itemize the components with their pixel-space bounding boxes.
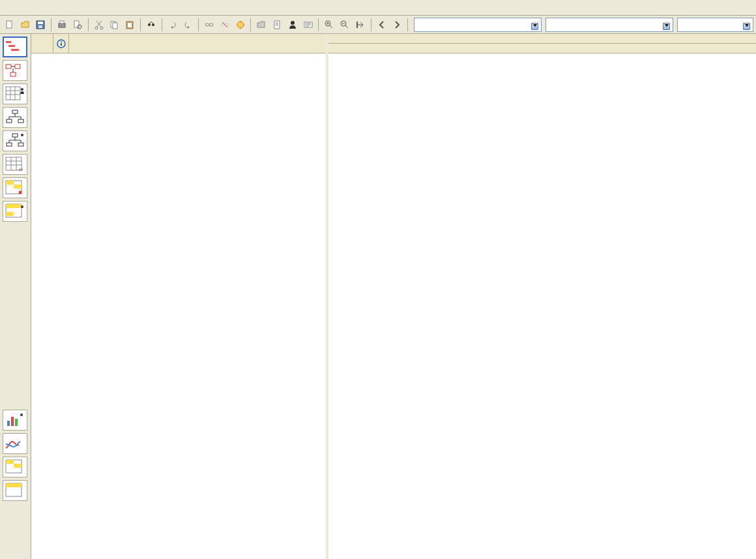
network-view-button[interactable] bbox=[3, 60, 27, 81]
svg-rect-0 bbox=[7, 21, 12, 28]
assign-icon[interactable] bbox=[285, 18, 300, 32]
svg-rect-21 bbox=[274, 21, 280, 29]
svg-point-22 bbox=[291, 21, 295, 25]
svg-rect-56 bbox=[6, 460, 14, 464]
svg-rect-49 bbox=[6, 212, 14, 216]
view-selector: ✏ bbox=[0, 34, 31, 559]
name-column-header[interactable] bbox=[69, 34, 326, 53]
svg-rect-35 bbox=[12, 110, 18, 113]
svg-rect-13 bbox=[128, 23, 132, 27]
svg-text:✏: ✏ bbox=[19, 167, 23, 173]
wbs-view-button[interactable] bbox=[3, 107, 27, 128]
svg-rect-28 bbox=[8, 45, 15, 47]
sort-dropdown[interactable] bbox=[545, 18, 673, 32]
svg-point-15 bbox=[152, 23, 154, 26]
filter-dropdown[interactable] bbox=[414, 18, 542, 32]
svg-rect-40 bbox=[18, 143, 23, 146]
resources-view-button[interactable] bbox=[3, 83, 27, 104]
svg-rect-53 bbox=[15, 419, 18, 426]
svg-point-54 bbox=[20, 414, 23, 416]
undo-icon[interactable] bbox=[166, 18, 180, 32]
svg-point-34 bbox=[21, 88, 23, 91]
histogram-view-button[interactable] bbox=[3, 410, 27, 431]
resource-usage-view-button[interactable] bbox=[3, 201, 27, 222]
zoom-out-icon[interactable] bbox=[338, 18, 352, 32]
svg-point-20 bbox=[237, 22, 244, 28]
svg-rect-51 bbox=[7, 421, 10, 426]
row-number-header[interactable] bbox=[31, 34, 53, 53]
svg-point-17 bbox=[209, 23, 213, 26]
insert-icon[interactable] bbox=[254, 18, 269, 32]
svg-rect-38 bbox=[12, 134, 18, 137]
svg-point-50 bbox=[21, 205, 23, 208]
save-icon[interactable] bbox=[34, 18, 48, 32]
open-icon[interactable] bbox=[18, 18, 33, 32]
task-grid bbox=[31, 34, 328, 559]
new-icon[interactable] bbox=[3, 18, 17, 32]
svg-rect-62 bbox=[61, 43, 62, 46]
calendar-icon[interactable] bbox=[233, 18, 248, 32]
svg-rect-36 bbox=[7, 119, 12, 123]
grid-header bbox=[31, 34, 326, 53]
group-dropdown[interactable] bbox=[677, 18, 753, 32]
unlink-icon[interactable] bbox=[218, 18, 232, 32]
find-icon[interactable] bbox=[144, 18, 158, 32]
copy-icon[interactable] bbox=[107, 18, 121, 32]
svg-rect-52 bbox=[11, 417, 14, 426]
gantt-chart[interactable] bbox=[328, 34, 756, 559]
no-sub-view-button[interactable] bbox=[3, 480, 27, 501]
svg-point-41 bbox=[21, 134, 23, 136]
svg-rect-45 bbox=[6, 181, 14, 185]
svg-point-16 bbox=[205, 23, 209, 26]
task-usage-view-button[interactable] bbox=[3, 177, 27, 198]
redo-icon[interactable] bbox=[181, 18, 195, 32]
svg-rect-5 bbox=[60, 21, 64, 23]
menubar bbox=[0, 0, 756, 16]
scroll-to-task-icon[interactable] bbox=[353, 18, 368, 32]
svg-rect-29 bbox=[11, 49, 19, 51]
svg-rect-31 bbox=[15, 65, 20, 68]
print-preview-icon[interactable] bbox=[70, 18, 85, 32]
report-view-button[interactable]: ✏ bbox=[3, 154, 27, 175]
svg-rect-32 bbox=[10, 72, 16, 76]
prev-icon[interactable] bbox=[375, 18, 389, 32]
gantt-view-button[interactable] bbox=[3, 37, 27, 57]
charts-view-button[interactable] bbox=[3, 433, 27, 454]
svg-rect-59 bbox=[6, 483, 22, 487]
svg-point-61 bbox=[61, 41, 62, 42]
svg-rect-33 bbox=[6, 87, 20, 100]
indicator-header[interactable] bbox=[53, 34, 69, 53]
svg-point-14 bbox=[148, 23, 151, 26]
svg-rect-57 bbox=[14, 464, 22, 468]
task-usage-detail-button[interactable] bbox=[3, 457, 27, 477]
timeline-header bbox=[328, 34, 756, 53]
svg-rect-27 bbox=[6, 41, 11, 43]
svg-rect-2 bbox=[38, 22, 43, 24]
cut-icon[interactable] bbox=[92, 18, 106, 32]
svg-rect-48 bbox=[6, 204, 22, 208]
svg-rect-26 bbox=[356, 22, 358, 28]
notes-icon[interactable] bbox=[301, 18, 315, 32]
print-icon[interactable] bbox=[55, 18, 69, 32]
zoom-in-icon[interactable] bbox=[322, 18, 336, 32]
link-icon[interactable] bbox=[202, 18, 216, 32]
svg-rect-11 bbox=[113, 23, 117, 29]
svg-rect-30 bbox=[6, 65, 11, 68]
information-icon[interactable] bbox=[270, 18, 284, 32]
svg-rect-4 bbox=[59, 23, 65, 27]
paste-icon[interactable] bbox=[123, 18, 137, 32]
svg-rect-6 bbox=[74, 21, 79, 27]
svg-rect-37 bbox=[18, 119, 23, 123]
svg-rect-3 bbox=[38, 25, 42, 28]
svg-rect-39 bbox=[7, 143, 12, 146]
svg-rect-46 bbox=[14, 185, 22, 189]
toolbar bbox=[0, 16, 756, 34]
rbs-view-button[interactable] bbox=[3, 130, 27, 151]
next-icon[interactable] bbox=[390, 18, 404, 32]
